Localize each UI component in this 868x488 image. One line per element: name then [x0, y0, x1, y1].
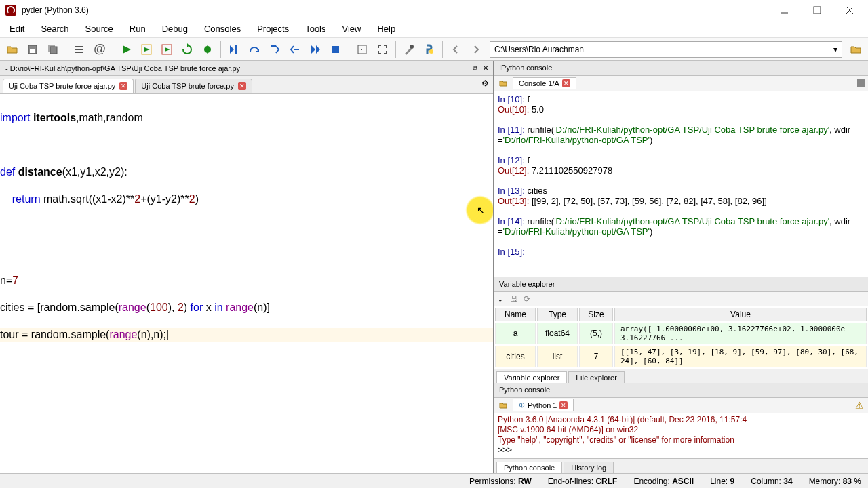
save-icon[interactable] [23, 40, 42, 59]
app-icon [5, 5, 16, 16]
editor-filepath-bar: - D:\rio\FRI-Kuliah\python-opt\GA TSP\Uj… [0, 61, 493, 76]
menu-edit[interactable]: Edit [3, 21, 31, 37]
editor-tabs: Uji Coba TSP brute force ajar.py ✕ Uji C… [0, 76, 493, 94]
browse-tabs-icon[interactable] [496, 77, 510, 90]
refresh-icon[interactable]: ⟳ [524, 294, 530, 304]
menubar: Edit Search Source Run Debug Consoles Pr… [0, 20, 868, 38]
varexp-title: Variable explorer [494, 277, 868, 292]
maximize-pane-icon[interactable] [353, 40, 372, 59]
preferences-icon[interactable] [399, 40, 418, 59]
browse-dir-icon[interactable] [846, 40, 865, 59]
close-button[interactable] [840, 3, 860, 17]
svg-rect-18 [332, 46, 339, 53]
menu-debug[interactable]: Debug [155, 21, 195, 37]
ipython-console[interactable]: In [10]: f Out[10]: 5.0 In [11]: runfile… [494, 92, 868, 277]
status-encoding: Encoding: ASCII [633, 476, 694, 486]
editor-tab-active[interactable]: Uji Coba TSP brute force ajar.py ✕ [3, 79, 134, 93]
tab-python-console[interactable]: Python console [496, 462, 562, 473]
ipython-title: IPython console [494, 61, 868, 76]
stop-icon[interactable] [326, 40, 345, 59]
python-console[interactable]: Python 3.6.0 |Anaconda 4.3.1 (64-bit)| (… [494, 413, 868, 458]
titlebar: pyder (Python 3.6) [0, 0, 868, 20]
debug-icon[interactable] [198, 40, 217, 59]
gear-icon[interactable]: ⚙ [481, 79, 489, 88]
pyconsole-tabs: ⊕ Python 1 ✕ ⚠ [494, 398, 868, 413]
table-row[interactable]: citieslist7[[15, 47], [3, 19], [18, 9], … [495, 346, 867, 367]
browse-tabs-icon[interactable] [496, 399, 510, 412]
svg-rect-15 [235, 45, 237, 54]
menu-view[interactable]: View [336, 21, 368, 37]
back-icon[interactable] [446, 40, 465, 59]
tab-variable-explorer[interactable]: Variable explorer [496, 371, 567, 383]
at-icon[interactable]: @ [90, 40, 109, 59]
menu-run[interactable]: Run [123, 21, 153, 37]
working-directory-text: C:\Users\Rio Aurachman [494, 45, 584, 54]
svg-point-20 [410, 45, 414, 49]
varexp-bottom-tabs: Variable explorer File explorer [494, 369, 868, 384]
step-over-icon[interactable] [245, 40, 264, 59]
menu-consoles[interactable]: Consoles [197, 21, 248, 37]
col-value[interactable]: Value [614, 308, 867, 321]
status-memory: Memory: 83 % [809, 476, 861, 486]
pyconsole-title: Python console [494, 383, 868, 398]
svg-rect-1 [814, 7, 821, 14]
pyconsole-tab[interactable]: ⊕ Python 1 ✕ [513, 399, 574, 411]
editor-filepath: - D:\rio\FRI-Kuliah\python-opt\GA TSP\Uj… [5, 64, 240, 73]
run-icon[interactable] [117, 40, 136, 59]
table-row[interactable]: afloat64(5,)array([ 1.00000000e+00, 3.16… [495, 323, 867, 344]
saveall-icon[interactable] [43, 40, 62, 59]
svg-point-21 [429, 49, 433, 54]
menu-tools[interactable]: Tools [298, 21, 332, 37]
forward-icon[interactable] [467, 40, 486, 59]
run-cell-icon[interactable] [137, 40, 156, 59]
pyconsole-tab-label: Python 1 [528, 401, 557, 409]
warning-icon: ⚠ [855, 400, 864, 411]
close-icon[interactable]: ✕ [562, 79, 570, 87]
right-pane: IPython console Console 1/A ✕ In [10]: f… [494, 61, 868, 473]
kernel-status-icon [857, 79, 865, 87]
tab-file-explorer[interactable]: File explorer [568, 371, 625, 383]
pythonpath-icon[interactable] [420, 40, 439, 59]
main-toolbar: @ C:\Users\Rio Aurachman▾ [0, 38, 868, 61]
status-line: Line: 9 [710, 476, 734, 486]
code-editor[interactable]: import itertools,math,random def distanc… [0, 94, 493, 473]
close-icon[interactable]: ✕ [238, 82, 246, 90]
save-icon[interactable]: 🖫 [510, 294, 518, 304]
menu-source[interactable]: Source [79, 21, 120, 37]
console-tab[interactable]: Console 1/A ✕ [513, 77, 576, 89]
maximize-button[interactable] [807, 3, 827, 17]
step-out-icon[interactable] [285, 40, 304, 59]
menu-search[interactable]: Search [34, 21, 75, 37]
fullscreen-icon[interactable] [373, 40, 392, 59]
console-tab-label: Console 1/A [519, 79, 559, 87]
open-icon[interactable] [3, 40, 22, 59]
working-directory-input[interactable]: C:\Users\Rio Aurachman▾ [490, 41, 842, 58]
status-permissions: Permissions: RW [469, 476, 532, 486]
restore-icon[interactable]: ⧉ [470, 64, 479, 73]
close-icon[interactable]: ✕ [119, 82, 127, 90]
menu-projects[interactable]: Projects [250, 21, 296, 37]
import-icon[interactable]: ⭳ [496, 294, 505, 304]
table-header-row: Name Type Size Value [495, 308, 867, 321]
close-icon[interactable]: ✕ [559, 401, 568, 409]
step-into-icon[interactable] [265, 40, 284, 59]
col-type[interactable]: Type [537, 308, 578, 321]
close-pane-icon[interactable]: ✕ [481, 64, 490, 73]
col-size[interactable]: Size [579, 308, 613, 321]
editor-tab-inactive[interactable]: Uji Coba TSP brute force.py ✕ [135, 79, 252, 93]
minimize-button[interactable] [774, 3, 795, 17]
step-icon[interactable] [224, 40, 243, 59]
col-name[interactable]: Name [495, 308, 536, 321]
svg-rect-5 [30, 49, 35, 53]
list-icon[interactable] [70, 40, 89, 59]
variable-table[interactable]: Name Type Size Value afloat64(5,)array([… [494, 306, 868, 369]
status-column: Column: 34 [751, 476, 792, 486]
tab-history-log[interactable]: History log [564, 462, 614, 473]
pyconsole-bottom-tabs: Python console History log [494, 458, 868, 473]
run-cell-advance-icon[interactable] [157, 40, 176, 59]
menu-help[interactable]: Help [370, 21, 402, 37]
statusbar: Permissions: RW End-of-lines: CRLF Encod… [0, 473, 868, 488]
rerun-icon[interactable] [178, 40, 197, 59]
continue-icon[interactable] [306, 40, 325, 59]
editor-pane: - D:\rio\FRI-Kuliah\python-opt\GA TSP\Uj… [0, 61, 494, 473]
